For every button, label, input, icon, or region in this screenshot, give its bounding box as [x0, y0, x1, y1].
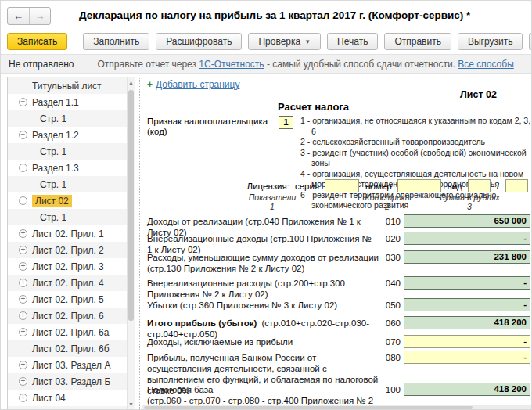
sidebar-item-4[interactable]: Стр. 1: [8, 143, 127, 160]
row-label: Доходы, исключаемые из прибыли: [147, 335, 379, 347]
sidebar-item-11[interactable]: + Лист 02. Прил. 3: [8, 258, 127, 275]
sidebar-item-13[interactable]: + Лист 02. Прил. 5: [8, 291, 127, 308]
form-row-030: Расходы, уменьшающие сумму доходов от ре…: [147, 250, 530, 274]
value-field-080[interactable]: -: [404, 351, 530, 364]
sidebar-item-12[interactable]: + Лист 02. Прил. 4: [8, 275, 127, 291]
sidebar-item-label: Лист 03. Раздел Б: [32, 376, 110, 387]
sidebar-item-14[interactable]: + Лист 02. Прил. 6: [8, 308, 127, 324]
sidebar-item-label: Стр. 1: [40, 113, 66, 124]
sidebar-item-3[interactable]: − Раздел 1.2: [8, 127, 127, 143]
form-row-070: Доходы, исключаемые из прибыли 070 -: [147, 335, 530, 348]
sidebar-scrollbar[interactable]: ▲ ▼: [127, 77, 135, 409]
value-field-030[interactable]: 231 800: [404, 250, 530, 264]
all-methods-link[interactable]: Все способы: [458, 59, 514, 70]
form-row-040: Внереализационные расходы (стр.200+стр.3…: [147, 276, 530, 300]
sidebar-item-label: Лист 02. Прил. 4: [32, 278, 104, 289]
value-field-060[interactable]: 418 200: [404, 316, 530, 329]
value-field-040[interactable]: -: [404, 276, 530, 290]
scroll-down-icon[interactable]: ▼: [128, 401, 135, 407]
toolbar-button-отправить[interactable]: Отправить: [384, 33, 451, 50]
sidebar-item-label: Титульный лист: [32, 81, 102, 92]
collapse-icon[interactable]: −: [19, 98, 27, 106]
row-line-code: 080: [379, 351, 401, 362]
sidebar-item-label: Лист 02: [32, 195, 72, 207]
status-bar: Не отправлено Отправьте отчет через 1С-О…: [1, 54, 531, 74]
collapse-icon[interactable]: −: [19, 164, 27, 172]
expand-icon[interactable]: +: [19, 394, 27, 402]
row-line-code: 030: [379, 250, 401, 262]
sidebar-item-label: Лист 05: [32, 409, 66, 410]
value-field-100[interactable]: 418 200: [404, 383, 530, 396]
sidebar-item-20[interactable]: + Лист 05: [8, 406, 127, 409]
sidebar-item-19[interactable]: + Лист 04: [8, 390, 127, 406]
sidebar-item-0[interactable]: Титульный лист: [8, 77, 127, 94]
sidebar-item-label: Лист 02. Прил. 1: [32, 228, 104, 239]
expand-icon[interactable]: +: [19, 295, 27, 304]
expand-icon[interactable]: +: [19, 262, 27, 271]
expand-icon[interactable]: +: [19, 377, 27, 386]
expand-icon[interactable]: +: [19, 279, 27, 287]
value-field-050[interactable]: -: [404, 298, 530, 311]
back-arrow-icon[interactable]: ←: [8, 8, 29, 24]
section-tree: Титульный лист − Раздел 1.1 Стр. 1 − Раз…: [8, 77, 127, 409]
expand-icon[interactable]: +: [19, 361, 27, 369]
form-area: +Добавить страницу Лист 02 Расчет налога…: [142, 77, 531, 409]
horizontal-scrollbar-thumb[interactable]: [144, 406, 473, 409]
sidebar-item-2[interactable]: Стр. 1: [8, 110, 127, 127]
status-badge: Не отправлено: [9, 59, 74, 70]
sidebar-item-16[interactable]: Лист 02. Прил. 6б: [8, 340, 127, 357]
forward-arrow-icon[interactable]: →: [29, 8, 50, 24]
expand-icon[interactable]: +: [19, 229, 27, 238]
toolbar-button-заполнить[interactable]: Заполнить: [83, 33, 149, 50]
scroll-up-icon[interactable]: ▲: [128, 80, 135, 85]
sidebar-item-label: Раздел 1.2: [32, 130, 79, 141]
sidebar-item-10[interactable]: + Лист 02. Прил. 2: [8, 242, 127, 258]
toolbar-button-проверка[interactable]: Проверка▼: [248, 33, 321, 50]
chevron-down-icon: ▼: [304, 38, 311, 45]
sidebar-item-1[interactable]: − Раздел 1.1: [8, 94, 127, 110]
toolbar-button-загрузить[interactable]: Загрузить: [529, 33, 532, 50]
sidebar-item-label: Раздел 1.3: [32, 163, 79, 174]
sidebar-item-6[interactable]: Стр. 1: [8, 176, 127, 192]
sidebar-item-label: Раздел 1.1: [32, 97, 79, 108]
section-tree-panel: Титульный лист − Раздел 1.1 Стр. 1 − Раз…: [7, 77, 135, 409]
sidebar-item-8[interactable]: Стр. 1: [8, 209, 127, 225]
row-label: Внереализационные расходы (стр.200+стр.3…: [147, 276, 379, 300]
value-field-070[interactable]: -: [404, 335, 530, 348]
value-field-010[interactable]: 650 000: [404, 214, 530, 228]
status-message: Отправьте отчет через 1С-Отчетность - са…: [98, 59, 514, 70]
expand-icon[interactable]: +: [19, 328, 27, 336]
save-button[interactable]: Записать: [7, 33, 67, 50]
toolbar-button-расшифровать[interactable]: Расшифровать: [156, 33, 242, 50]
status-message-prefix: Отправьте отчет через: [98, 59, 200, 70]
sidebar-item-label: Стр. 1: [40, 146, 66, 157]
service-link[interactable]: 1С-Отчетность: [199, 59, 264, 70]
horizontal-scrollbar[interactable]: [142, 405, 531, 409]
value-field-020[interactable]: -: [404, 232, 530, 245]
page-title: Декларация по налогу на прибыль за 1 ква…: [79, 9, 470, 21]
sidebar-item-label: Лист 02. Прил. 3: [32, 261, 104, 272]
expand-icon[interactable]: +: [19, 311, 27, 320]
collapse-icon[interactable]: −: [19, 131, 27, 139]
sidebar-item-9[interactable]: + Лист 02. Прил. 1: [8, 225, 127, 242]
sidebar-item-label: Лист 02. Прил. 2: [32, 245, 104, 256]
expand-icon[interactable]: +: [19, 246, 27, 254]
sidebar-item-label: Лист 02. Прил. 6а: [32, 327, 109, 338]
sidebar-item-label: Лист 02. Прил. 5: [32, 294, 104, 305]
row-line-code: 060: [379, 316, 401, 328]
toolbar-button-выгрузить[interactable]: Выгрузить: [458, 33, 523, 50]
panel-splitter[interactable]: [139, 77, 140, 409]
form-rows: Доходы от реализации (стр.040 Приложения…: [142, 77, 531, 409]
sidebar-item-17[interactable]: + Лист 03. Раздел А: [8, 357, 127, 373]
collapse-icon[interactable]: −: [19, 196, 27, 205]
sidebar-item-18[interactable]: + Лист 03. Раздел Б: [8, 373, 127, 390]
sidebar-item-label: Лист 02. Прил. 6б: [32, 343, 110, 354]
nav-button-group: ← →: [7, 7, 51, 25]
sidebar-item-7[interactable]: − Лист 02: [8, 192, 127, 209]
sidebar-item-label: Стр. 1: [40, 212, 66, 223]
row-line-code: 010: [379, 214, 401, 226]
toolbar-button-печать[interactable]: Печать: [327, 33, 378, 50]
scrollbar-thumb[interactable]: [128, 90, 134, 321]
sidebar-item-15[interactable]: + Лист 02. Прил. 6а: [8, 324, 127, 340]
sidebar-item-5[interactable]: − Раздел 1.3: [8, 160, 127, 176]
